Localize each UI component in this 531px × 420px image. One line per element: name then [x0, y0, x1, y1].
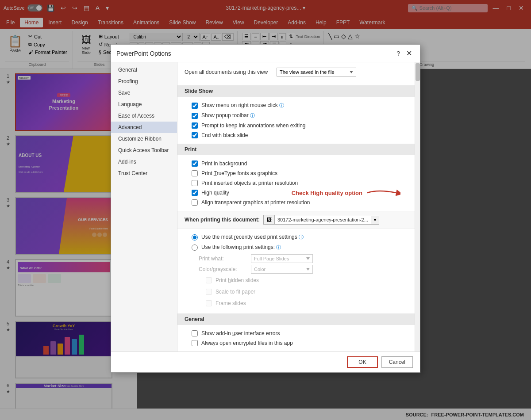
- frame-row: Frame slides: [199, 298, 393, 308]
- option-row: Show menu on right mouse click ⓘ: [185, 100, 408, 111]
- view-label: Open all documents using this view: [185, 69, 273, 75]
- dialog-title-controls: ? ✕: [396, 48, 415, 58]
- open-encrypted-label: Always open encrypted files in this app: [201, 340, 293, 346]
- nav-ease-of-access[interactable]: Ease of Access: [111, 110, 177, 122]
- print-inserted-checkbox[interactable]: [192, 180, 198, 186]
- show-popup-label: Show popup toolbar ⓘ: [201, 112, 255, 119]
- nav-language[interactable]: Language: [111, 99, 177, 110]
- dialog-top-section: Open all documents using this view The v…: [177, 62, 415, 85]
- annotation-container: Check High quality option: [292, 187, 400, 198]
- align-transparent-label: Align transparent graphics at printer re…: [201, 199, 310, 206]
- when-printing-label: When printing this document:: [185, 217, 260, 223]
- nav-customize-ribbon[interactable]: Customize Ribbon: [111, 133, 177, 145]
- recent-settings-label: Use the most recently used print setting…: [201, 234, 304, 241]
- nav-trust-center[interactable]: Trust Center: [111, 168, 177, 179]
- ok-button[interactable]: OK: [347, 356, 377, 368]
- option-row: Align transparent graphics at printer re…: [185, 198, 408, 207]
- print-hidden-label: Print hidden slides: [215, 277, 259, 283]
- end-black-checkbox[interactable]: [192, 132, 198, 138]
- annotation-text: Check High quality option: [292, 190, 362, 196]
- high-quality-option-row: High quality Check High quality option: [185, 188, 408, 198]
- print-truetype-label: Print TrueType fonts as graphics: [201, 170, 277, 176]
- dialog-help-button[interactable]: ?: [396, 50, 400, 57]
- dialog-footer: OK Cancel: [111, 351, 420, 372]
- dialog-overlay: PowerPoint Options ? ✕ General Proofing …: [0, 0, 531, 420]
- view-row: Open all documents using this view The v…: [185, 66, 408, 78]
- dialog-scrollbar[interactable]: [415, 62, 420, 351]
- prompt-ink-checkbox[interactable]: [192, 122, 198, 129]
- color-label: Color/grayscale:: [199, 266, 247, 272]
- doc-icon: 🖼: [264, 215, 275, 224]
- print-section-header: Print: [177, 144, 415, 155]
- slideshow-section-content: Show menu on right mouse click ⓘ Show po…: [177, 97, 415, 144]
- radio-row-1: Use the most recently used print setting…: [185, 232, 408, 242]
- option-row: Prompt to keep ink annotations when exit…: [185, 121, 408, 130]
- high-quality-label: High quality: [201, 190, 229, 196]
- doc-select-dropdown[interactable]: ▾: [371, 216, 379, 224]
- recent-settings-radio[interactable]: [192, 234, 198, 241]
- nav-advanced[interactable]: Advanced: [111, 122, 177, 133]
- annotation-arrow-svg: [365, 187, 400, 198]
- following-settings-label: Use the following print settings: ⓘ: [201, 244, 281, 251]
- color-row: Color/grayscale: Color: [199, 265, 393, 274]
- dialog-sidebar: General Proofing Save Language Ease of A…: [111, 62, 177, 351]
- dialog-title-bar: PowerPoint Options ? ✕: [111, 45, 420, 62]
- view-select[interactable]: The view saved in the file: [277, 68, 356, 76]
- align-transparent-checkbox[interactable]: [192, 199, 198, 206]
- print-background-checkbox[interactable]: [192, 160, 198, 167]
- nav-quick-access[interactable]: Quick Access Toolbar: [111, 145, 177, 156]
- doc-select-box[interactable]: 🖼 30172-marketing-agency-presentation-2.…: [263, 215, 379, 225]
- prompt-ink-label: Prompt to keep ink annotations when exit…: [201, 122, 305, 129]
- dialog-body: General Proofing Save Language Ease of A…: [111, 62, 420, 351]
- general-section-header: General: [177, 313, 415, 325]
- show-addin-errors-checkbox[interactable]: [192, 330, 198, 336]
- show-menu-label: Show menu on right mouse click ⓘ: [201, 102, 284, 109]
- option-row: Show popup toolbar ⓘ: [185, 111, 408, 121]
- frame-checkbox: [206, 300, 212, 306]
- general-section-content: Show add-in user interface errors Always…: [177, 325, 415, 351]
- show-menu-checkbox[interactable]: [192, 103, 198, 109]
- print-truetype-checkbox[interactable]: [192, 170, 198, 176]
- open-encrypted-checkbox[interactable]: [192, 340, 198, 346]
- print-what-row: Print what: Full Page Slides: [199, 254, 393, 263]
- end-black-label: End with black slide: [201, 132, 248, 138]
- scale-checkbox: [206, 289, 212, 295]
- when-printing-row: When printing this document: 🖼 30172-mar…: [177, 211, 415, 229]
- color-select: Color: [251, 265, 313, 274]
- print-hidden-row: Print hidden slides: [199, 275, 393, 285]
- doc-select-text: 30172-marketing-agency-presentation-2...: [275, 216, 371, 224]
- dialog-title: PowerPoint Options: [116, 50, 171, 57]
- scale-row: Scale to fit paper: [199, 287, 393, 297]
- print-settings-section: Use the most recently used print setting…: [177, 229, 415, 313]
- following-settings-radio[interactable]: [192, 244, 198, 251]
- print-settings-grid: Print what: Full Page Slides Color/grays…: [185, 252, 408, 310]
- nav-save[interactable]: Save: [111, 87, 177, 99]
- scale-label: Scale to fit paper: [215, 289, 255, 295]
- print-background-label: Print in background: [201, 160, 247, 167]
- option-row: Print TrueType fonts as graphics: [185, 168, 408, 178]
- dialog-close-button[interactable]: ✕: [404, 48, 415, 58]
- print-what-label: Print what:: [199, 256, 247, 262]
- option-row: End with black slide: [185, 130, 408, 140]
- nav-proofing[interactable]: Proofing: [111, 76, 177, 87]
- print-inserted-label: Print inserted objects at printer resolu…: [201, 180, 298, 186]
- option-row: Print inserted objects at printer resolu…: [185, 178, 408, 188]
- slideshow-section-header: Slide Show: [177, 85, 415, 97]
- option-row: Print in background: [185, 159, 408, 168]
- print-section-content: Print in background Print TrueType fonts…: [177, 155, 415, 211]
- show-popup-checkbox[interactable]: [192, 113, 198, 119]
- print-hidden-checkbox: [206, 277, 212, 283]
- dialog-content: Open all documents using this view The v…: [177, 62, 415, 351]
- frame-label: Frame slides: [215, 300, 246, 306]
- print-what-select: Full Page Slides: [251, 254, 313, 263]
- nav-general[interactable]: General: [111, 64, 177, 76]
- powerpoint-options-dialog: PowerPoint Options ? ✕ General Proofing …: [111, 44, 420, 373]
- high-quality-checkbox[interactable]: [192, 190, 198, 196]
- radio-row-2: Use the following print settings: ⓘ: [185, 242, 408, 252]
- show-addin-errors-label: Show add-in user interface errors: [201, 330, 280, 336]
- scrollbar-thumb[interactable]: [416, 63, 420, 81]
- option-row: Show add-in user interface errors: [185, 328, 408, 338]
- nav-addins[interactable]: Add-ins: [111, 156, 177, 168]
- cancel-button[interactable]: Cancel: [381, 356, 413, 368]
- option-row: Always open encrypted files in this app: [185, 338, 408, 348]
